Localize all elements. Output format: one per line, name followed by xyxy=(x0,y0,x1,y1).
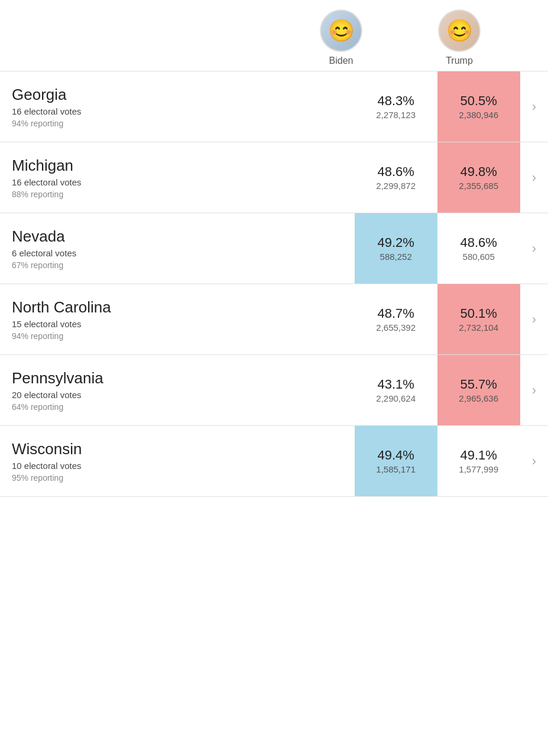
electoral-votes: 10 electoral votes xyxy=(12,461,343,471)
trump-votes: 2,965,636 xyxy=(459,393,498,403)
state-name: Wisconsin xyxy=(12,440,343,458)
chevron-right-icon: › xyxy=(532,383,536,398)
biden-pct: 48.3% xyxy=(377,93,414,109)
chevron-right-icon: › xyxy=(532,170,536,185)
biden-result: 43.1% 2,290,624 xyxy=(355,355,437,425)
state-info-1: Michigan 16 electoral votes 88% reportin… xyxy=(0,142,355,213)
state-row[interactable]: Nevada 6 electoral votes 67% reporting 4… xyxy=(0,213,548,284)
chevron-col[interactable]: › xyxy=(520,426,548,496)
chevron-col[interactable]: › xyxy=(520,355,548,425)
chevron-col[interactable]: › xyxy=(520,71,548,142)
state-row[interactable]: North Carolina 15 electoral votes 94% re… xyxy=(0,284,548,355)
biden-pct: 49.2% xyxy=(377,235,414,250)
state-name: Nevada xyxy=(12,227,343,246)
state-info-4: Pennsylvania 20 electoral votes 64% repo… xyxy=(0,355,355,425)
biden-votes: 588,252 xyxy=(380,252,412,262)
biden-votes: 2,299,872 xyxy=(376,181,416,191)
state-name: North Carolina xyxy=(12,298,343,317)
results-area: 49.4% 1,585,171 49.1% 1,577,999 xyxy=(355,426,520,496)
electoral-votes: 16 electoral votes xyxy=(12,177,343,187)
biden-pct: 48.6% xyxy=(377,164,414,180)
reporting-pct: 88% reporting xyxy=(12,190,343,199)
biden-header: 😊 Biden xyxy=(300,9,382,66)
biden-votes: 1,585,171 xyxy=(376,464,416,474)
results-area: 49.2% 588,252 48.6% 580,605 xyxy=(355,213,520,284)
biden-result: 48.6% 2,299,872 xyxy=(355,142,437,213)
biden-result: 49.2% 588,252 xyxy=(355,213,437,284)
electoral-votes: 20 electoral votes xyxy=(12,390,343,400)
electoral-votes: 6 electoral votes xyxy=(12,248,343,258)
state-row[interactable]: Michigan 16 electoral votes 88% reportin… xyxy=(0,142,548,213)
state-info-3: North Carolina 15 electoral votes 94% re… xyxy=(0,284,355,354)
state-row[interactable]: Pennsylvania 20 electoral votes 64% repo… xyxy=(0,355,548,426)
trump-result: 48.6% 580,605 xyxy=(437,213,520,284)
trump-avatar: 😊 xyxy=(438,9,481,52)
chevron-right-icon: › xyxy=(532,241,536,256)
reporting-pct: 94% reporting xyxy=(12,119,343,128)
state-name: Michigan xyxy=(12,157,343,175)
trump-name: Trump xyxy=(446,56,473,66)
trump-pct: 49.8% xyxy=(460,164,497,180)
chevron-right-icon: › xyxy=(532,454,536,469)
biden-result: 48.7% 2,655,392 xyxy=(355,284,437,354)
chevron-right-icon: › xyxy=(532,99,536,115)
results-area: 43.1% 2,290,624 55.7% 2,965,636 xyxy=(355,355,520,425)
biden-avatar: 😊 xyxy=(320,9,362,52)
biden-pct: 48.7% xyxy=(377,306,414,321)
state-info-0: Georgia 16 electoral votes 94% reporting xyxy=(0,71,355,142)
results-area: 48.3% 2,278,123 50.5% 2,380,946 xyxy=(355,71,520,142)
state-name: Pennsylvania xyxy=(12,369,343,387)
trump-votes: 2,380,946 xyxy=(459,110,498,120)
trump-pct: 50.5% xyxy=(460,93,497,109)
electoral-votes: 16 electoral votes xyxy=(12,106,343,116)
trump-votes: 2,732,104 xyxy=(459,322,498,333)
states-list: Georgia 16 electoral votes 94% reporting… xyxy=(0,71,548,497)
chevron-col[interactable]: › xyxy=(520,142,548,213)
candidates-header: 😊 Biden 😊 Trump xyxy=(0,0,548,71)
trump-pct: 55.7% xyxy=(460,377,497,392)
biden-result: 48.3% 2,278,123 xyxy=(355,71,437,142)
biden-pct: 43.1% xyxy=(377,377,414,392)
biden-name: Biden xyxy=(329,56,354,66)
trump-result: 49.1% 1,577,999 xyxy=(437,426,520,496)
trump-result: 50.1% 2,732,104 xyxy=(437,284,520,354)
biden-votes: 2,278,123 xyxy=(376,110,416,120)
election-results-container: 😊 Biden 😊 Trump Georgia 16 electoral vot… xyxy=(0,0,548,497)
state-row[interactable]: Wisconsin 10 electoral votes 95% reporti… xyxy=(0,426,548,497)
chevron-col[interactable]: › xyxy=(520,284,548,354)
trump-result: 55.7% 2,965,636 xyxy=(437,355,520,425)
reporting-pct: 67% reporting xyxy=(12,260,343,270)
biden-result: 49.4% 1,585,171 xyxy=(355,426,437,496)
state-row[interactable]: Georgia 16 electoral votes 94% reporting… xyxy=(0,71,548,142)
state-name: Georgia xyxy=(12,86,343,104)
reporting-pct: 64% reporting xyxy=(12,402,343,412)
biden-votes: 2,655,392 xyxy=(376,322,416,333)
trump-result: 50.5% 2,380,946 xyxy=(437,71,520,142)
trump-result: 49.8% 2,355,685 xyxy=(437,142,520,213)
chevron-col[interactable]: › xyxy=(520,213,548,284)
trump-header: 😊 Trump xyxy=(418,9,501,66)
trump-votes: 1,577,999 xyxy=(459,464,498,474)
trump-pct: 50.1% xyxy=(460,306,497,321)
reporting-pct: 94% reporting xyxy=(12,331,343,341)
trump-votes: 2,355,685 xyxy=(459,181,498,191)
trump-pct: 49.1% xyxy=(460,448,497,463)
biden-votes: 2,290,624 xyxy=(376,393,416,403)
chevron-right-icon: › xyxy=(532,312,536,327)
electoral-votes: 15 electoral votes xyxy=(12,319,343,329)
trump-pct: 48.6% xyxy=(460,235,497,250)
state-info-2: Nevada 6 electoral votes 67% reporting xyxy=(0,213,355,284)
results-area: 48.7% 2,655,392 50.1% 2,732,104 xyxy=(355,284,520,354)
biden-pct: 49.4% xyxy=(377,448,414,463)
state-info-5: Wisconsin 10 electoral votes 95% reporti… xyxy=(0,426,355,496)
trump-votes: 580,605 xyxy=(463,252,495,262)
reporting-pct: 95% reporting xyxy=(12,473,343,483)
results-area: 48.6% 2,299,872 49.8% 2,355,685 xyxy=(355,142,520,213)
